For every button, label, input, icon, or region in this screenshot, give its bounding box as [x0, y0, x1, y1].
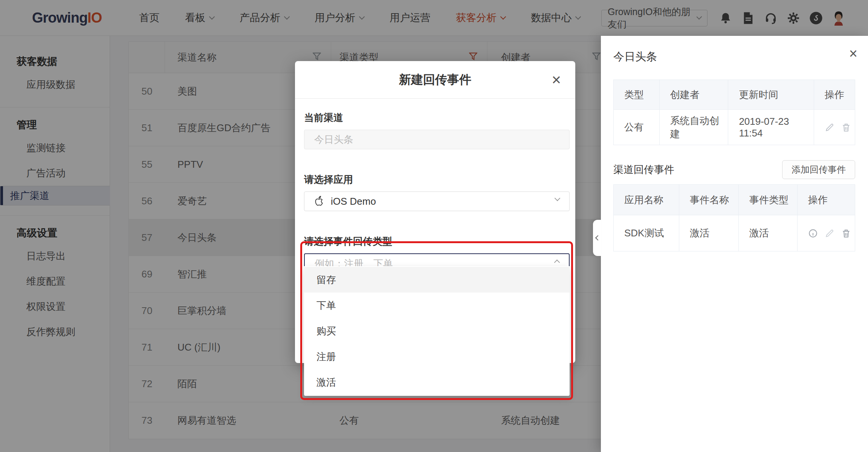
- panel-collapse-handle[interactable]: [593, 220, 601, 256]
- page: GrowingIO 首页 看板 产品分析 用户分析 用户运营: [0, 0, 868, 452]
- callback-events-table: 应用名称 事件名称 事件类型 操作 SDK测试 激活 激活: [613, 184, 855, 251]
- modal-header: 新建回传事件 ×: [295, 61, 575, 99]
- edit-pencil-icon[interactable]: [825, 228, 834, 238]
- app-select-value: iOS Demo: [331, 196, 376, 207]
- modal-title: 新建回传事件: [399, 72, 471, 88]
- event-type-label: 请选择事件回传类型: [304, 235, 566, 248]
- th-updated: 更新时间: [728, 80, 814, 110]
- chevron-left-icon: [595, 235, 601, 241]
- add-callback-event-button[interactable]: 添加回传事件: [782, 160, 855, 179]
- th-ops: 操作: [797, 185, 855, 215]
- events-section-title: 渠道回传事件: [613, 163, 674, 176]
- info-icon[interactable]: [808, 228, 818, 238]
- th-ops: 操作: [814, 80, 855, 110]
- table-row: SDK测试 激活 激活: [614, 215, 855, 251]
- dropdown-option[interactable]: 激活: [304, 369, 570, 395]
- dropdown-option[interactable]: 注册: [304, 344, 570, 369]
- th-event-name: 事件名称: [679, 185, 739, 215]
- th-creator: 创建者: [659, 80, 728, 110]
- current-channel-label: 当前渠道: [304, 111, 566, 124]
- apple-icon: [314, 196, 324, 207]
- dropdown-option[interactable]: 下单: [304, 293, 570, 318]
- dropdown-option[interactable]: 购买: [304, 318, 570, 344]
- channel-detail-panel: × 今日头条 类型 创建者 更新时间 操作 公有 系统自动创建 2019-07-…: [601, 36, 868, 452]
- chevron-down-icon: [555, 195, 561, 201]
- th-type: 类型: [614, 80, 660, 110]
- dropdown-option[interactable]: 留存: [304, 267, 570, 293]
- chevron-up-icon: [554, 259, 560, 265]
- app-select[interactable]: iOS Demo: [304, 192, 570, 211]
- channel-info-table: 类型 创建者 更新时间 操作 公有 系统自动创建 2019-07-23 11:5…: [613, 80, 855, 145]
- panel-title: 今日头条: [613, 49, 855, 64]
- edit-pencil-icon[interactable]: [825, 123, 834, 132]
- close-icon[interactable]: ×: [552, 72, 561, 88]
- th-app-name: 应用名称: [614, 185, 679, 215]
- app-select-label: 请选择应用: [304, 173, 566, 186]
- cell-event-type: 激活: [739, 215, 798, 251]
- cell-app-name: SDK测试: [614, 215, 679, 251]
- modal-body: 当前渠道 请选择应用 iOS Demo 请选择事件回传类型 例如：注册、下单: [295, 99, 575, 274]
- current-channel-input[interactable]: [304, 130, 570, 149]
- cell-updated-time: 2019-07-23 11:54: [728, 110, 814, 145]
- close-icon[interactable]: ×: [849, 46, 857, 61]
- table-row: 公有 系统自动创建 2019-07-23 11:54: [614, 110, 855, 145]
- cell-creator: 系统自动创建: [659, 110, 728, 145]
- event-type-dropdown: 留存下单购买注册激活: [304, 266, 570, 396]
- th-event-type: 事件类型: [739, 185, 798, 215]
- delete-trash-icon[interactable]: [841, 123, 851, 132]
- events-section-header: 渠道回传事件 添加回传事件: [613, 160, 855, 179]
- cell-type: 公有: [614, 110, 660, 145]
- cell-event-name: 激活: [679, 215, 739, 251]
- delete-trash-icon[interactable]: [841, 228, 851, 238]
